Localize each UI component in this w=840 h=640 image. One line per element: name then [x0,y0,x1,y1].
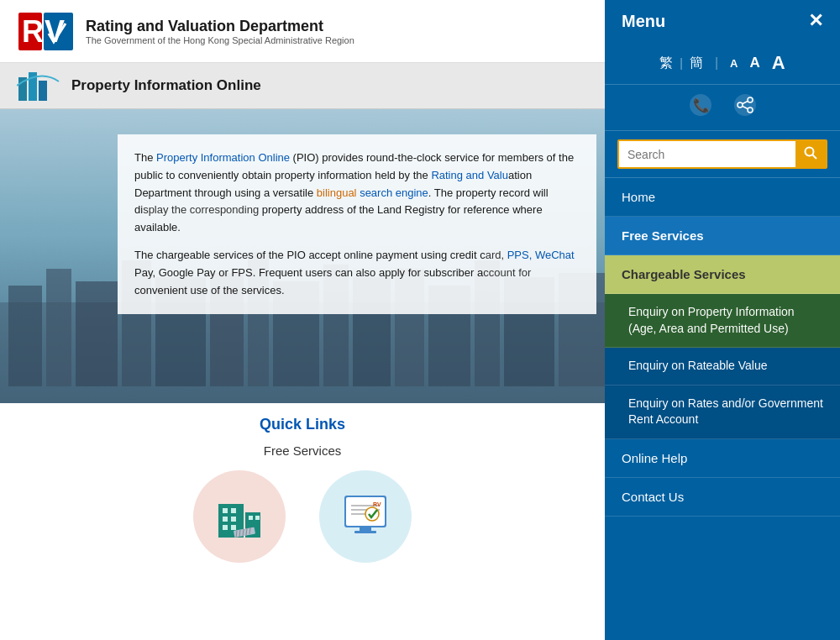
menu-title: Menu [622,12,665,31]
svg-rect-32 [255,516,260,520]
submenu-item-enquiry-rateable[interactable]: Enquiry on Rateable Value [605,348,840,386]
ql-icon-document[interactable]: RV [319,470,412,563]
svg-rect-30 [231,525,236,530]
svg-rect-6 [39,81,47,101]
svg-rect-8 [8,286,42,386]
ql-icon-building[interactable] [193,470,286,563]
ql-circle-light: RV [319,470,412,563]
menu-item-free-services[interactable]: Free Services [605,217,840,255]
search-input-wrap [617,139,827,169]
rv-document-icon-svg: RV [336,487,395,546]
quick-links-title: Quick Links [17,416,588,433]
building-icon-svg [210,487,269,546]
menu-item-online-help[interactable]: Online Help [605,439,840,478]
share-icon[interactable] [733,93,757,122]
phone-icon[interactable]: 📞 [689,93,712,122]
search-button[interactable] [795,141,826,167]
ql-section-title: Free Services [17,443,588,458]
menu-header: Menu ✕ [605,0,840,42]
pio-icon [17,69,63,102]
menu-item-contact-us[interactable]: Contact Us [605,478,840,517]
icons-row: 📞 [605,85,840,131]
svg-rect-31 [249,516,253,520]
hero-para1: The Property Information Online (PIO) pr… [134,150,580,237]
department-logo: R V [17,8,76,55]
quick-links-area: Quick Links Free Services [0,403,605,640]
menu-close-button[interactable]: ✕ [808,10,823,32]
svg-rect-25 [223,508,228,513]
hero-section: The Property Information Online (PIO) pr… [0,109,605,403]
font-small-button[interactable]: A [730,57,738,70]
lang-divider: | [680,56,683,70]
dept-info: Rating and Valuation Department The Gove… [86,18,354,45]
svg-point-56 [806,148,814,156]
menu-item-home[interactable]: Home [605,178,840,217]
submenu-item-enquiry-rates[interactable]: Enquiry on Rates and/or Government Rent … [605,386,840,439]
phone-icon-svg: 📞 [689,93,712,117]
svg-rect-26 [231,508,236,513]
font-medium-button[interactable]: A [750,55,760,71]
ql-circle-pink [193,470,286,563]
logo-box: R V Rating and Valuation Department The … [17,8,354,55]
lang-simp-button[interactable]: 簡 [690,55,703,72]
svg-point-44 [365,507,379,521]
svg-text:📞: 📞 [693,97,710,113]
ql-icons-row: RV [17,470,588,563]
search-icon [804,146,817,160]
svg-rect-46 [360,527,371,531]
hero-text-box: The Property Information Online (PIO) pr… [118,134,596,314]
menu-item-chargeable-services[interactable]: Chargeable Services [605,255,840,294]
svg-text:RV: RV [373,501,381,507]
svg-rect-10 [76,281,118,386]
dept-name: Rating and Valuation Department [86,18,354,35]
svg-rect-47 [354,531,376,533]
search-input[interactable] [619,141,795,167]
dept-sub: The Government of the Hong Kong Special … [86,35,354,45]
svg-rect-27 [223,517,228,522]
svg-rect-28 [231,517,236,522]
main-content: The Property Information Online (PIO) pr… [0,109,605,640]
svg-line-57 [813,155,817,160]
font-large-button[interactable]: A [772,52,785,74]
lang-font-row: 繁 | 簡 | A A A [605,42,840,85]
search-bar [605,131,840,178]
hero-para2: The chargeable services of the PIO accep… [134,247,580,299]
pio-title: Property Information Online [71,77,261,94]
lang-trad-button[interactable]: 繁 [659,55,673,72]
svg-rect-9 [46,269,71,386]
share-icon-svg [733,93,757,117]
svg-text:R: R [22,14,44,49]
menu-panel: Menu ✕ 繁 | 簡 | A A A 📞 [605,0,840,640]
rv-logo-svg: R V [17,8,76,55]
svg-rect-29 [223,525,228,530]
submenu-item-enquiry-property[interactable]: Enquiry on Property Information (Age, Ar… [605,294,840,348]
